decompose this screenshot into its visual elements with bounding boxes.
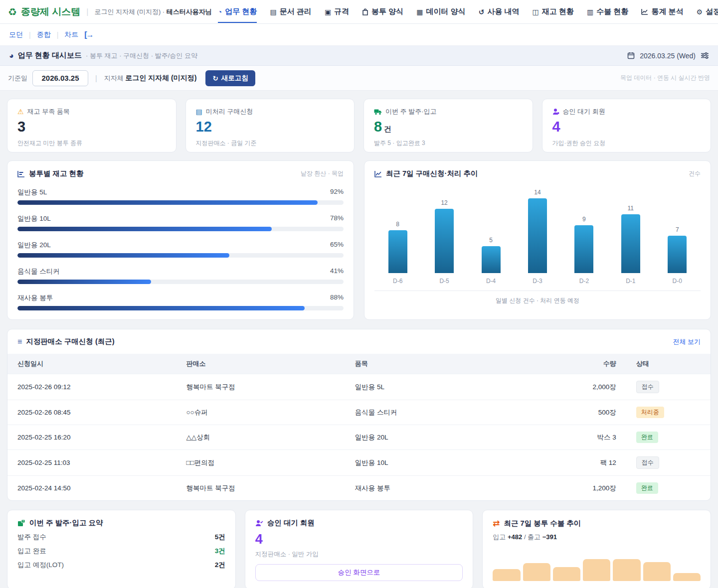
- kpi-card-pending-members[interactable]: 승인 대기 회원 4 가입·권한 승인 요청: [542, 99, 712, 152]
- titlebar-date[interactable]: 2026.03.25 (Wed): [640, 52, 696, 60]
- spark-bar: [523, 563, 550, 581]
- chart-bar[interactable]: 5: [482, 246, 501, 273]
- cell-store: 행복마트 북구점: [176, 374, 345, 400]
- approval-count: 4: [255, 532, 463, 547]
- org-context: 지자체 로그인 지자체 (미지정): [104, 74, 197, 83]
- table-row[interactable]: 2025-02-24 14:50 행복마트 북구점 재사용 봉투 1,200장 …: [7, 476, 711, 501]
- spark-bar: [613, 559, 640, 581]
- cell-date: 2025-02-25 11:03: [7, 450, 176, 476]
- mock-data-note: 목업 데이터 · 연동 시 실시간 반영: [620, 74, 710, 82]
- purchase-requests-panel: ≡ 지정판매소 구매신청 (최근) 전체 보기 신청일시 판매소 품목 수량 상…: [7, 329, 711, 501]
- col-header-status: 상태: [626, 354, 711, 374]
- inventory-percent: 88%: [330, 294, 344, 302]
- table-row[interactable]: 2025-02-26 09:12 행복마트 북구점 일반용 5L 2,000장 …: [7, 374, 711, 400]
- truck-icon: [374, 109, 382, 115]
- inventory-bar: [17, 280, 151, 284]
- panel-title: 최근 7일 구매신청·처리 추이: [386, 169, 478, 178]
- line-chart-icon: [374, 170, 382, 177]
- cell-store: □□편의점: [176, 450, 345, 476]
- view-all-link[interactable]: 전체 보기: [673, 337, 701, 346]
- chart-column: 12: [421, 198, 467, 273]
- nav-doc-management[interactable]: ▤ 문서 관리: [270, 0, 311, 23]
- inventory-label: 음식물 스티커: [17, 267, 60, 276]
- panel-title: 지정판매소 구매신청 (최근): [26, 337, 114, 346]
- spec-icon: ▣: [325, 8, 331, 15]
- filter-sliders-icon[interactable]: [701, 52, 709, 59]
- cell-item: 일반용 20L: [345, 425, 528, 450]
- chart-bar[interactable]: 12: [435, 209, 454, 273]
- x-tick: D-5: [421, 278, 467, 285]
- person-check-icon: [255, 520, 263, 527]
- inventory-label: 일반용 5L: [17, 188, 47, 197]
- nav-label: 사용 내역: [487, 7, 519, 16]
- nav-spec[interactable]: ▣ 규격: [325, 0, 349, 23]
- kpi-value: 4: [552, 119, 701, 135]
- card-title: 승인 대기 회원: [267, 518, 315, 528]
- view-link-chart[interactable]: 차트: [64, 30, 78, 39]
- go-approval-button[interactable]: 승인 화면으로: [255, 564, 463, 581]
- nav-bag-form[interactable]: 봉투 양식: [362, 0, 403, 23]
- nav-label: 수불 현황: [596, 7, 628, 16]
- kpi-caption: 발주 5 · 입고완료 3: [374, 139, 523, 147]
- table-row[interactable]: 2025-02-26 08:45 ○○슈퍼 음식물 스티커 500장 처리중: [7, 400, 711, 425]
- status-badge: 완료: [636, 482, 658, 494]
- view-toolbar: 모던 | 종합 | 차트 [→: [0, 24, 718, 46]
- table-row[interactable]: 2025-02-25 11:03 □□편의점 일반용 10L 팩 12 접수: [7, 450, 711, 476]
- chart-bar[interactable]: 14: [528, 198, 547, 273]
- nav-work-status[interactable]: ◔ 업무 현황: [218, 0, 257, 23]
- nav-stats-analysis[interactable]: 통계 분석: [641, 0, 683, 23]
- exit-icon[interactable]: [→: [84, 30, 93, 39]
- cell-qty: 1,200장: [528, 476, 626, 501]
- page-subtitle: · 봉투 재고 · 구매신청 · 발주/승인 요약: [86, 51, 197, 60]
- bar-value-label: 14: [534, 189, 540, 196]
- base-date-input[interactable]: [32, 70, 88, 86]
- chart-bar[interactable]: 9: [574, 225, 593, 273]
- inventory-bar: [17, 227, 272, 231]
- cell-date: 2025-02-26 08:45: [7, 400, 176, 425]
- kpi-card-low-stock[interactable]: ⚠ 재고 부족 품목 3 안전재고 미만 봉투 종류: [7, 99, 177, 152]
- header-divider: |: [86, 7, 88, 16]
- nav-data-form[interactable]: ▦ 데이터 양식: [416, 0, 465, 23]
- bar-chart-icon: [17, 170, 25, 177]
- summary-value: 2건: [215, 561, 225, 570]
- base-date-label: 기준일: [8, 74, 27, 83]
- chart-bar[interactable]: 7: [668, 236, 687, 273]
- trend-bar-chart: 8 12 5 14 9 11 7 D-6 D-5 D-4 D-3 D-2 D-1…: [374, 198, 701, 305]
- nav-label: 업무 현황: [225, 7, 257, 16]
- bar-value-label: 12: [441, 199, 447, 206]
- nav-settings[interactable]: ⚙ 설정: [697, 0, 718, 23]
- filter-divider: |: [95, 74, 97, 82]
- panel-note: 낱장 환산 · 목업: [301, 169, 344, 178]
- kpi-card-week-orders[interactable]: 이번 주 발주·입고 8건 발주 5 · 입고완료 3: [363, 99, 533, 152]
- app-logo[interactable]: ♻ 종량제 시스템: [8, 5, 80, 18]
- kpi-card-pending-requests[interactable]: ▤ 미처리 구매신청 12 지정판매소 · 금일 기준: [185, 99, 355, 152]
- view-link-modern[interactable]: 모던: [9, 30, 23, 39]
- inventory-percent: 92%: [330, 188, 344, 197]
- cell-store: ○○슈퍼: [176, 400, 345, 425]
- table-row[interactable]: 2025-02-25 16:20 △△상회 일반용 20L 박스 3 완료: [7, 425, 711, 450]
- view-link-summary[interactable]: 종합: [37, 30, 51, 39]
- nav-stock-status[interactable]: ◫ 재고 현황: [533, 0, 574, 23]
- inventory-percent: 41%: [330, 267, 344, 276]
- refresh-button[interactable]: ↻ 새로고침: [205, 70, 255, 86]
- nav-label: 봉투 양식: [371, 7, 403, 16]
- bar-value-label: 11: [628, 205, 634, 212]
- inventory-bar: [17, 200, 318, 205]
- ledger-icon: ▥: [587, 8, 593, 15]
- cell-qty: 2,000장: [528, 374, 626, 400]
- nav-usage-history[interactable]: ↺ 사용 내역: [479, 0, 520, 23]
- chart-bar[interactable]: 8: [388, 230, 407, 273]
- chart-column: 7: [654, 198, 701, 273]
- status-badge: 처리중: [636, 407, 664, 418]
- x-tick: D-0: [654, 278, 701, 285]
- nav-ledger-status[interactable]: ▥ 수불 현황: [587, 0, 628, 23]
- inventory-row: 일반용 5L92%: [17, 188, 344, 205]
- col-header-item: 품목: [345, 354, 528, 374]
- chart-bar[interactable]: 11: [621, 214, 640, 273]
- inventory-bar: [17, 253, 229, 258]
- line-chart-icon: [641, 8, 648, 15]
- table-header-row: 신청일시 판매소 품목 수량 상태: [7, 354, 711, 374]
- kpi-row: ⚠ 재고 부족 품목 3 안전재고 미만 봉투 종류 ▤ 미처리 구매신청 12…: [7, 99, 711, 152]
- x-tick: D-2: [561, 278, 607, 285]
- nav-label: 통계 분석: [651, 7, 683, 16]
